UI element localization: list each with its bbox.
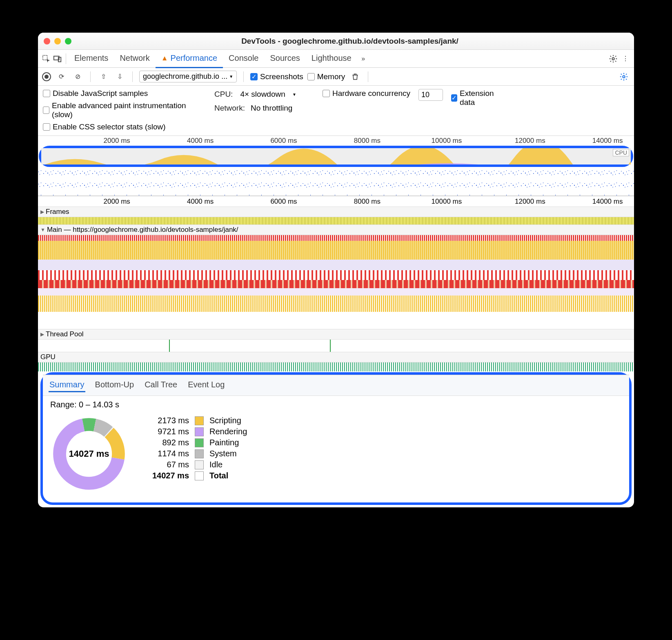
tab-event-log[interactable]: Event Log: [187, 378, 225, 392]
perf-toolbar: ⟳ ⊘ ⇧ ⇩ googlechrome.github.io ...▼ ✓Scr…: [38, 68, 634, 86]
disclosure-down-icon: ▼: [40, 227, 45, 233]
titlebar: DevTools - googlechrome.github.io/devtoo…: [38, 33, 634, 50]
tab-summary[interactable]: Summary: [49, 378, 85, 392]
chevron-down-icon: ▼: [229, 74, 233, 79]
reload-button[interactable]: ⟳: [55, 71, 67, 83]
tab-lighthouse[interactable]: Lighthouse: [306, 49, 357, 68]
chevron-down-icon: ▼: [292, 92, 296, 97]
screenshots-checkbox[interactable]: ✓Screenshots: [250, 72, 303, 81]
summary-highlight: Summary Bottom-Up Call Tree Event Log Ra…: [40, 372, 632, 505]
adv-paint-checkbox[interactable]: Enable advanced paint instrumentation (s…: [43, 101, 190, 119]
overview: 2000 ms 4000 ms 6000 ms 8000 ms 10000 ms…: [38, 136, 634, 196]
device-icon[interactable]: [52, 53, 63, 64]
profile-selector[interactable]: googlechrome.github.io ...▼: [139, 71, 237, 82]
legend-row: 67 msIdle: [144, 459, 247, 470]
hardware-concurrency-checkbox[interactable]: Hardware concurrency: [323, 89, 410, 98]
summary-donut: 14027 ms: [50, 415, 128, 493]
cpu-chart[interactable]: CPU: [41, 148, 631, 164]
legend-row: 2173 msScripting: [144, 415, 247, 426]
threadpool-track[interactable]: [38, 340, 634, 352]
cpu-throttle[interactable]: CPU: 4× slowdown ▼: [214, 89, 298, 100]
frames-track-header[interactable]: ▶Frames: [38, 207, 634, 217]
gpu-track-header[interactable]: GPU: [38, 352, 634, 362]
legend-total: 14027 msTotal: [144, 470, 247, 481]
hardware-concurrency-input[interactable]: [418, 89, 443, 101]
summary-legend: 2173 msScripting9721 msRendering892 msPa…: [144, 415, 247, 481]
gpu-track[interactable]: [38, 362, 634, 371]
memory-checkbox[interactable]: Memory: [307, 72, 345, 81]
disable-js-checkbox[interactable]: Disable JavaScript samples: [43, 89, 190, 98]
range-label: Range: 0 – 14.03 s: [43, 396, 629, 409]
main-flame-chart[interactable]: [38, 235, 634, 329]
legend-row: 9721 msRendering: [144, 426, 247, 437]
warning-icon: ▲: [161, 54, 168, 62]
screenshot-strip[interactable]: [38, 167, 634, 196]
details-drawer: Summary Bottom-Up Call Tree Event Log Ra…: [43, 375, 629, 502]
record-button[interactable]: [42, 72, 51, 81]
clear-button[interactable]: ⊘: [71, 71, 84, 83]
legend-row: 892 msPainting: [144, 437, 247, 448]
tab-call-tree[interactable]: Call Tree: [144, 378, 178, 392]
drawer-tabs: Summary Bottom-Up Call Tree Event Log: [43, 375, 629, 396]
extension-data-checkbox[interactable]: ✓Extension data: [451, 89, 500, 107]
tab-bottom-up[interactable]: Bottom-Up: [94, 378, 135, 392]
close-icon[interactable]: [44, 38, 50, 44]
checkbox-on-icon: ✓: [250, 73, 258, 80]
more-tabs-icon[interactable]: »: [357, 53, 369, 65]
cpu-label: CPU: [613, 149, 629, 156]
tab-sources[interactable]: Sources: [264, 49, 305, 68]
overview-ruler[interactable]: 2000 ms 4000 ms 6000 ms 8000 ms 10000 ms…: [38, 136, 634, 146]
css-stats-checkbox[interactable]: Enable CSS selector stats (slow): [43, 122, 190, 131]
tab-elements[interactable]: Elements: [69, 49, 114, 68]
tab-performance[interactable]: ▲Performance: [156, 49, 223, 68]
devtools-window: DevTools - googlechrome.github.io/devtoo…: [38, 33, 634, 507]
legend-row: 1174 msSystem: [144, 448, 247, 459]
flame-ruler[interactable]: 2000 ms 4000 ms 6000 ms 8000 ms 10000 ms…: [38, 196, 634, 207]
donut-total: 14027 ms: [50, 415, 128, 493]
cpu-highlight: CPU: [39, 146, 633, 167]
kebab-icon[interactable]: ⋮: [619, 53, 632, 65]
capture-settings-icon[interactable]: [618, 71, 630, 83]
checkbox-off-icon: [307, 73, 315, 80]
disclosure-right-icon: ▶: [40, 209, 44, 215]
tab-network[interactable]: Network: [114, 49, 155, 68]
svg-point-3: [612, 58, 614, 60]
upload-icon[interactable]: ⇧: [97, 71, 109, 83]
disclosure-right-icon: ▶: [40, 331, 44, 337]
capture-settings: Disable JavaScript samples Enable advanc…: [38, 86, 634, 136]
network-throttle: Network: No throttling: [214, 104, 298, 113]
main-track-header[interactable]: ▼Main — https://googlechrome.github.io/d…: [38, 224, 634, 235]
garbage-collect-icon[interactable]: [349, 71, 361, 83]
svg-point-4: [623, 76, 625, 78]
threadpool-track-header[interactable]: ▶Thread Pool: [38, 329, 634, 340]
tab-console[interactable]: Console: [223, 49, 264, 68]
inspect-icon[interactable]: [40, 53, 52, 64]
settings-icon[interactable]: [607, 53, 619, 65]
download-icon[interactable]: ⇩: [113, 71, 126, 83]
panel-tabs: Elements Network ▲Performance Console So…: [38, 50, 634, 68]
traffic-lights: [44, 38, 71, 44]
window-title: DevTools - googlechrome.github.io/devtoo…: [71, 37, 628, 46]
minimize-icon[interactable]: [54, 38, 61, 44]
separator: [66, 53, 66, 64]
frames-track[interactable]: [38, 217, 634, 224]
zoom-icon[interactable]: [65, 38, 71, 44]
